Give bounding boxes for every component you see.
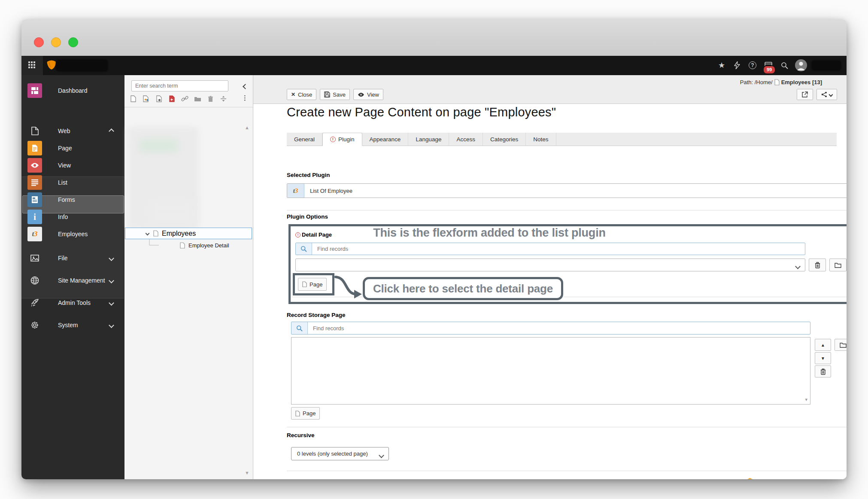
tree-search-input[interactable] [132,81,228,91]
tab-notes[interactable]: Notes [526,133,556,146]
sidebar-item-page[interactable]: Page [21,140,124,157]
record-storage-move-down-button[interactable]: ▼ [815,352,831,364]
detail-page-find-input[interactable] [312,243,805,255]
chevron-down-icon [109,323,114,328]
detail-page-remove-button[interactable] [809,259,826,271]
sidebar-item-site-management[interactable]: Site Management [21,272,124,289]
annotation-click-text: Click here to select the detail page [365,282,561,295]
detail-page-select[interactable] [295,259,805,271]
sidebar-item-label: Dashboard [58,87,88,94]
sidebar-item-system[interactable]: System [21,316,124,334]
sidebar-item-info[interactable]: i Info [21,208,124,225]
new-record-badge: NEW [797,478,811,480]
sidebar-item-employees[interactable]: t3 Employees [21,225,124,243]
sidebar-item-dashboard[interactable]: Dashboard [21,82,124,99]
apps-grid-icon [28,61,36,70]
record-storage-find-records [291,322,810,335]
required-warning-icon: ! [330,137,336,142]
new-link-page-icon[interactable] [168,95,176,103]
window-zoom-button[interactable] [68,37,78,47]
trash-icon[interactable] [207,95,214,103]
tab-language[interactable]: Language [408,133,449,146]
window-titlebar [21,19,847,56]
sidebar-item-admin-tools[interactable]: Admin Tools [21,294,124,311]
sidebar-item-forms[interactable]: Forms [21,191,124,208]
tree-node-child[interactable]: Employee Detail [180,240,229,250]
recursive-value: 0 levels (only selected page) [297,450,368,457]
detail-page-page-button[interactable]: Page [298,278,327,291]
page-icon [302,281,307,287]
clear-cache-bolt-icon[interactable] [731,60,743,71]
redacted-tree-content [148,200,195,225]
save-button[interactable]: Save [320,89,350,100]
sidebar-item-web[interactable]: Web [21,122,124,140]
tab-general[interactable]: General [287,133,322,146]
sidebar-item-label: View [58,162,71,169]
search-icon[interactable] [779,60,790,71]
chevron-down-icon [379,453,384,458]
application-menu-button[interactable] [21,56,43,75]
info-module-icon: i [27,210,42,224]
sidebar-item-label: Web [58,128,70,134]
sidebar-item-label: Forms [58,196,75,203]
view-button[interactable]: View [353,89,383,100]
user-avatar[interactable] [795,59,807,71]
window-minimize-button[interactable] [51,37,61,47]
close-button[interactable]: ✕ Close [287,89,316,100]
open-in-new-button[interactable] [797,89,813,100]
help-icon[interactable]: ? [747,60,758,71]
record-storage-listbox[interactable]: ▾ [291,337,810,405]
folder-icon[interactable] [194,95,201,103]
new-shortcut-page-icon[interactable] [143,95,150,103]
chevron-up-icon [109,128,114,134]
detail-page-browse-button[interactable] [829,259,847,271]
tree-more-menu-icon[interactable]: ⋮ [242,94,248,102]
record-storage-browse-button[interactable] [835,339,847,351]
share-button[interactable] [816,89,837,100]
tree-scroll-up-icon[interactable]: ▲ [245,125,249,130]
collapse-tree-icon[interactable] [243,82,247,90]
sidebar-item-list[interactable]: List [21,174,124,191]
eye-icon [358,92,364,97]
sidebar-item-view[interactable]: View [21,157,124,174]
listbox-scroll-down-icon[interactable]: ▾ [805,397,807,402]
record-storage-page-button[interactable]: Page [291,407,320,420]
content-cube-icon [747,478,753,479]
bookmark-star-icon[interactable]: ★ [716,60,727,71]
chevron-down-icon [795,264,801,269]
tab-access[interactable]: Access [449,133,483,146]
down-arrow-icon: ▼ [821,356,825,361]
caret-down-icon [829,92,833,97]
typo3-topbar: ★ ? 99 [21,56,847,75]
new-page-icon[interactable] [130,95,137,103]
path-prefix: Path: /Home/ [740,79,773,85]
selected-plugin-select[interactable]: t3 List Of Employee [287,183,847,198]
sidebar-item-label: File [58,255,68,262]
new-mountpoint-page-icon[interactable] [155,95,163,103]
tree-toolbar [130,94,227,103]
trash-icon [820,368,826,375]
page-tree-panel: ⋮ ▲ Employees Employee Detail ▼ [124,75,253,479]
window-close-button[interactable] [34,37,44,47]
record-storage-find-input[interactable] [308,322,810,334]
tab-categories[interactable]: Categories [483,133,526,146]
recursive-select[interactable]: 0 levels (only selected page) [291,447,389,460]
spacer-icon[interactable] [220,95,227,103]
tab-appearance[interactable]: Appearance [362,133,409,146]
tree-node-label: Employee Detail [188,242,229,249]
sidebar-item-file[interactable]: File [21,250,124,267]
employees-module-icon: t3 [27,227,42,241]
file-image-icon [27,251,42,265]
tree-scroll-down-icon[interactable]: ▼ [245,470,249,475]
tree-divider [124,107,253,107]
node-expand-icon[interactable] [146,231,150,236]
folder-icon [835,262,841,268]
web-page-icon [27,124,42,138]
tab-plugin[interactable]: ! Plugin [322,133,362,146]
link-icon[interactable] [181,95,188,103]
sidebar-item-label: List [58,179,67,186]
record-storage-move-up-button[interactable]: ▲ [815,339,831,351]
sidebar-item-label: Admin Tools [58,299,91,306]
record-storage-remove-button[interactable] [815,365,831,377]
tree-node-selected[interactable]: Employees [125,228,252,239]
